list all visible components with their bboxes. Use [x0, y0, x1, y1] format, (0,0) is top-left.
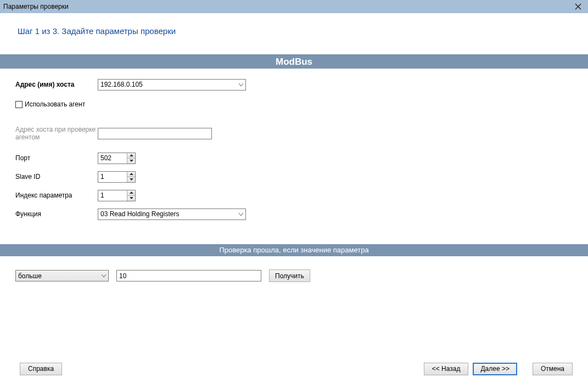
- label-function: Функция: [15, 210, 98, 218]
- port-down[interactable]: [127, 159, 135, 164]
- chevron-down-icon: [130, 197, 133, 199]
- close-button[interactable]: [573, 1, 584, 12]
- cancel-button[interactable]: Отмена: [533, 363, 573, 375]
- close-icon: [575, 3, 581, 10]
- label-slave-id: Slave ID: [15, 173, 98, 181]
- chevron-up-icon: [130, 154, 133, 156]
- function-value: 03 Read Holding Registers: [100, 210, 179, 218]
- chevron-down-icon: [130, 160, 133, 162]
- label-use-agent: Использовать агент: [25, 100, 85, 108]
- port-up[interactable]: [127, 153, 135, 159]
- idx-up[interactable]: [127, 190, 135, 196]
- back-button[interactable]: << Назад: [424, 363, 469, 375]
- modbus-form: Адрес (имя) хоста 192.168.0.105 Использо…: [0, 69, 588, 220]
- condition-row: больше Получить: [0, 256, 588, 282]
- host-combo[interactable]: 192.168.0.105: [98, 79, 246, 91]
- chevron-down-icon: [99, 271, 108, 281]
- param-index-value: 1: [98, 190, 127, 201]
- label-port: Порт: [15, 154, 98, 162]
- content-area: ModBus Адрес (имя) хоста 192.168.0.105 И…: [0, 36, 588, 354]
- slave-id-value: 1: [98, 172, 127, 182]
- chevron-down-icon: [236, 209, 245, 219]
- step-heading: Шаг 1 из 3. Задайте параметры проверки: [0, 13, 588, 36]
- title-bar: Параметры проверки: [0, 0, 588, 13]
- chevron-down-icon: [130, 178, 133, 181]
- window-title: Параметры проверки: [3, 3, 69, 10]
- agent-host-input[interactable]: [98, 128, 212, 139]
- threshold-input[interactable]: [116, 270, 261, 281]
- get-button[interactable]: Получить: [269, 269, 310, 282]
- port-value: 502: [98, 153, 127, 164]
- help-button[interactable]: Справка: [20, 363, 62, 375]
- chevron-up-icon: [130, 173, 133, 175]
- slave-down[interactable]: [127, 177, 135, 182]
- function-combo[interactable]: 03 Read Holding Registers: [98, 209, 246, 220]
- chevron-down-icon: [236, 80, 245, 90]
- operator-combo[interactable]: больше: [15, 270, 109, 281]
- section-header-modbus: ModBus: [0, 54, 588, 69]
- param-index-spinner[interactable]: 1: [98, 190, 136, 201]
- label-param-index: Индекс параметра: [15, 192, 98, 199]
- slave-id-spinner[interactable]: 1: [98, 171, 136, 183]
- next-button[interactable]: Далее >>: [473, 363, 517, 375]
- operator-value: больше: [18, 272, 42, 280]
- idx-down[interactable]: [127, 196, 135, 201]
- chevron-up-icon: [130, 192, 133, 194]
- slave-up[interactable]: [127, 172, 135, 177]
- port-spinner[interactable]: 502: [98, 153, 136, 164]
- section-header-condition: Проверка прошла, если значение параметра: [0, 244, 588, 256]
- label-agent-host: Адрес хоста при проверке агентом: [15, 126, 98, 141]
- footer: Справка << Назад Далее >> Отмена: [0, 354, 588, 383]
- label-host: Адрес (имя) хоста: [15, 81, 98, 88]
- host-value: 192.168.0.105: [100, 81, 143, 88]
- use-agent-checkbox[interactable]: [15, 101, 23, 108]
